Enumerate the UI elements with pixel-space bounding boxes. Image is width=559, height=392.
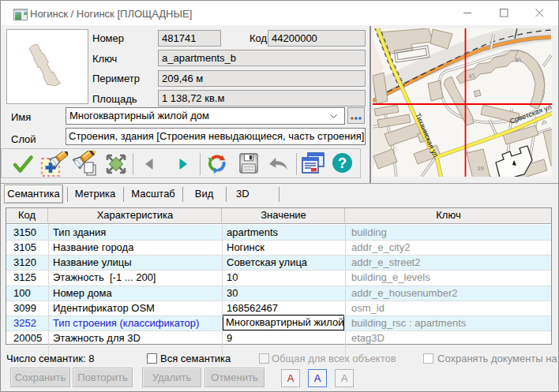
svg-text:?: ? (338, 155, 347, 171)
svg-text:39: 39 (477, 165, 484, 172)
svg-text:Р: Р (542, 119, 546, 127)
